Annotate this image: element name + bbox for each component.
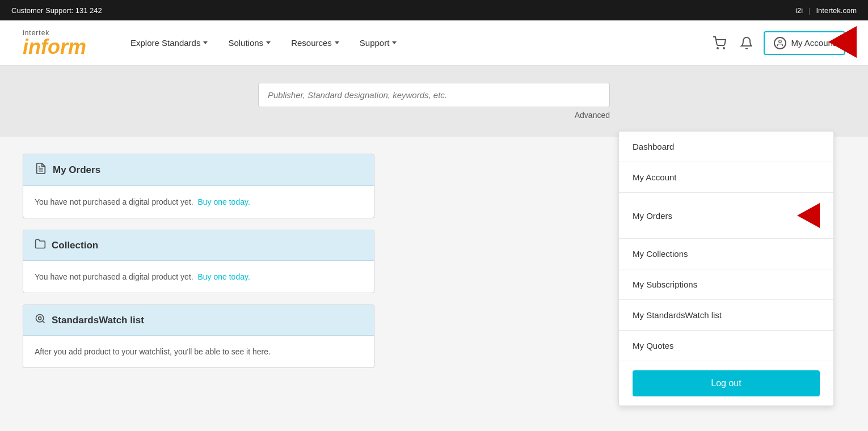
nav-solutions[interactable]: Solutions bbox=[218, 20, 281, 66]
main-nav: Explore Standards Solutions Resources Su… bbox=[120, 20, 710, 66]
top-bar: Customer Support: 131 242 i2i | Intertek… bbox=[0, 0, 868, 20]
nav-resources-label: Resources bbox=[291, 38, 332, 48]
logout-area: Log out bbox=[619, 361, 833, 405]
nav-resources[interactable]: Resources bbox=[281, 20, 349, 66]
logo[interactable]: intertek inform bbox=[23, 29, 86, 57]
chevron-down-icon bbox=[266, 41, 271, 44]
collection-buy-link[interactable]: Buy one today. bbox=[197, 272, 250, 281]
dropdown-my-standardswatch-label: My StandardsWatch list bbox=[633, 310, 722, 320]
svg-point-5 bbox=[36, 315, 44, 322]
standardswatch-icon bbox=[35, 313, 46, 327]
red-arrow-orders-icon bbox=[797, 203, 820, 228]
chevron-down-icon bbox=[203, 41, 208, 44]
dropdown-my-standardswatch[interactable]: My StandardsWatch list bbox=[619, 300, 833, 331]
dropdown-my-orders-label: My Orders bbox=[633, 211, 672, 221]
search-bar-wrapper bbox=[258, 83, 610, 107]
search-input[interactable] bbox=[268, 90, 600, 100]
my-orders-body: You have not purchased a digital product… bbox=[23, 186, 374, 218]
standardswatch-title: StandardsWatch list bbox=[52, 315, 144, 326]
standardswatch-card-header: StandardsWatch list bbox=[23, 305, 374, 336]
orders-arrow-indicator bbox=[797, 203, 820, 228]
standardswatch-card: StandardsWatch list After you add produc… bbox=[23, 305, 374, 368]
cart-button[interactable] bbox=[710, 34, 728, 52]
i2i-link[interactable]: i2i bbox=[795, 6, 803, 15]
svg-point-2 bbox=[779, 40, 782, 43]
red-arrow-left-icon bbox=[828, 26, 857, 58]
standardswatch-empty-msg: After you add product to your watchlist,… bbox=[35, 347, 271, 356]
my-orders-card: My Orders You have not purchased a digit… bbox=[23, 154, 374, 218]
advanced-link[interactable]: Advanced bbox=[575, 111, 610, 120]
logout-button[interactable]: Log out bbox=[633, 370, 820, 396]
chevron-down-icon bbox=[335, 41, 339, 44]
dropdown-my-subscriptions-label: My Subscriptions bbox=[633, 280, 697, 289]
dropdown-my-subscriptions[interactable]: My Subscriptions bbox=[619, 269, 833, 300]
standardswatch-body: After you add product to your watchlist,… bbox=[23, 336, 374, 367]
dropdown-my-quotes[interactable]: My Quotes bbox=[619, 331, 833, 361]
top-bar-divider: | bbox=[808, 6, 810, 15]
orders-icon bbox=[35, 162, 47, 178]
user-avatar-icon bbox=[774, 37, 786, 49]
dropdown-my-account[interactable]: My Account bbox=[619, 162, 833, 193]
dropdown-dashboard[interactable]: Dashboard bbox=[619, 132, 833, 162]
nav-explore-standards[interactable]: Explore Standards bbox=[120, 20, 218, 66]
notification-button[interactable] bbox=[738, 34, 755, 52]
nav-explore-standards-label: Explore Standards bbox=[130, 38, 200, 48]
collection-title: Collection bbox=[52, 240, 98, 251]
left-column: My Orders You have not purchased a digit… bbox=[23, 154, 374, 368]
account-dropdown: Dashboard My Account My Orders My Collec… bbox=[618, 131, 834, 406]
logo-bottom: inform bbox=[23, 37, 86, 57]
collection-body: You have not purchased a digital product… bbox=[23, 261, 374, 293]
dropdown-my-collections-label: My Collections bbox=[633, 249, 688, 259]
dropdown-my-account-label: My Account bbox=[633, 172, 677, 182]
header: intertek inform Explore Standards Soluti… bbox=[0, 20, 868, 66]
my-orders-title: My Orders bbox=[53, 164, 100, 176]
collection-card: Collection You have not purchased a digi… bbox=[23, 230, 374, 293]
main-content: My Orders You have not purchased a digit… bbox=[0, 137, 868, 385]
dropdown-my-collections[interactable]: My Collections bbox=[619, 239, 833, 269]
svg-point-0 bbox=[717, 48, 718, 49]
svg-point-7 bbox=[39, 317, 41, 320]
nav-support[interactable]: Support bbox=[349, 20, 407, 66]
dropdown-dashboard-label: Dashboard bbox=[633, 142, 674, 151]
collection-icon bbox=[35, 238, 46, 252]
search-section: Advanced bbox=[0, 66, 868, 137]
my-orders-buy-link[interactable]: Buy one today. bbox=[197, 197, 250, 206]
svg-line-6 bbox=[43, 321, 45, 323]
nav-solutions-label: Solutions bbox=[228, 38, 263, 48]
support-label: Customer Support: 131 242 bbox=[11, 6, 102, 15]
collection-card-header: Collection bbox=[23, 230, 374, 261]
nav-support-label: Support bbox=[360, 38, 390, 48]
chevron-down-icon bbox=[392, 41, 397, 44]
my-orders-card-header: My Orders bbox=[23, 154, 374, 186]
top-bar-right: i2i | Intertek.com bbox=[795, 6, 857, 15]
collection-empty-msg: You have not purchased a digital product… bbox=[35, 272, 193, 281]
dropdown-my-orders[interactable]: My Orders bbox=[619, 193, 833, 239]
svg-point-1 bbox=[723, 48, 724, 49]
intertek-link[interactable]: Intertek.com bbox=[816, 6, 857, 15]
header-arrow bbox=[828, 26, 857, 60]
dropdown-my-quotes-label: My Quotes bbox=[633, 341, 674, 350]
header-icons: My Account bbox=[710, 31, 845, 55]
my-orders-empty-msg: You have not purchased a digital product… bbox=[35, 197, 193, 206]
